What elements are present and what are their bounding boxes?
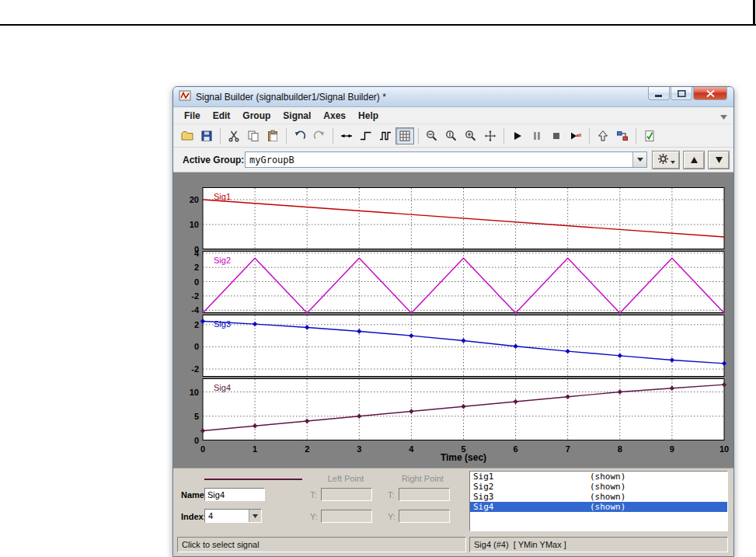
gear-icon [657,153,669,168]
maximize-button[interactable] [671,87,692,100]
close-icon [706,90,715,97]
copy-button[interactable] [244,127,263,144]
signal-axes-sig1[interactable]: 20100Sig1 [173,187,727,251]
paste-button[interactable] [263,127,282,144]
svg-text:0: 0 [194,277,199,287]
svg-text:-2: -2 [191,291,199,301]
redo-button[interactable] [310,127,329,144]
step-segment-icon [360,130,372,142]
active-group-value: myGroupB [246,152,632,167]
svg-text:2: 2 [194,263,199,272]
undo-button[interactable] [291,127,309,144]
right-point-label: Right Point [395,474,451,483]
selected-signal-status: Sig4 (#4) [ YMin YMax ] [469,537,728,552]
right-y-input [399,510,450,523]
signal-visibility-status: (shown) [590,472,625,482]
snap-grid-icon [399,130,411,142]
name-label: Name: [181,490,207,500]
signal-list-item-sig2[interactable]: Sig2(shown) [470,482,727,492]
signal-axes-sig3[interactable]: 20-2Sig3 [173,315,727,378]
signal-list[interactable]: Sig1(shown)Sig2(shown)Sig3(shown)Sig4(sh… [469,471,728,531]
zoom-xy-icon [465,130,477,142]
right-y-label: Y: [388,512,395,521]
simulink-block-button[interactable] [613,127,632,144]
minimize-icon [655,90,663,97]
svg-text:Sig2: Sig2 [214,256,231,265]
signal-name: Sig2 [470,482,590,492]
signal-name-input[interactable] [204,488,265,501]
zoom-y-button[interactable] [442,127,461,144]
menu-item-file[interactable]: File [178,109,207,123]
pause-simulation-button[interactable] [528,127,546,144]
stop-simulation-button[interactable] [547,127,566,144]
run-all-button[interactable]: all [566,127,585,144]
down-arrow-icon [716,157,723,163]
toolbar-separator [589,128,590,144]
signal-list-item-sig3[interactable]: Sig3(shown) [470,492,727,502]
start-simulation-button[interactable] [508,127,527,144]
menu-item-signal[interactable]: Signal [277,109,317,123]
zoom-xy-button[interactable] [462,127,480,144]
zoom-y-icon [445,130,458,142]
svg-text:5: 5 [194,412,199,421]
move-signal-up-button[interactable] [683,151,705,169]
signal-axes-sig4[interactable]: 1050Sig4012345678910 [173,378,727,456]
floppy-icon [200,130,213,142]
menu-item-edit[interactable]: Edit [207,109,237,123]
signal-index-dropdown[interactable]: 4 [204,509,262,523]
folder-icon [181,130,193,142]
requirements-button[interactable] [640,127,659,144]
title-bar[interactable]: Signal Builder (signalbuilder1/Signal Bu… [173,87,733,107]
index-dropdown-icon[interactable] [249,510,261,522]
open-button[interactable] [178,127,197,144]
right-t-input [399,488,450,501]
signal-list-item-sig4[interactable]: Sig4(shown) [470,502,727,512]
group-settings-button[interactable] [652,151,680,169]
signal-visibility-status: (shown) [590,492,625,502]
cut-button[interactable] [225,127,243,144]
minimize-button[interactable] [648,87,670,100]
selected-signal-status-text: Sig4 (#4) [ YMin YMax ] [474,540,566,549]
active-group-label: Active Group: [183,155,244,165]
active-group-combo[interactable]: myGroupB [245,151,647,168]
menu-item-axes[interactable]: Axes [317,109,352,123]
fit-view-button[interactable] [481,127,500,144]
zoom-time-icon [426,130,438,142]
up-arrow-icon [691,157,698,163]
svg-text:0: 0 [194,436,199,445]
app-icon [179,89,191,105]
paste-icon [267,130,279,142]
play-icon [511,130,524,142]
toolbar-separator [636,128,636,144]
snap-grid-button[interactable] [395,127,414,144]
left-t-label: T: [310,490,317,500]
svg-text:all: all [577,132,582,137]
save-button[interactable] [197,127,216,144]
svg-text:Sig4: Sig4 [214,383,231,392]
page-border-top [0,24,756,26]
signal-name: Sig1 [470,472,590,482]
zoom-time-button[interactable] [423,127,441,144]
run-all-icon: all [570,130,582,142]
move-signal-down-button[interactable] [708,151,730,169]
step-segment-button[interactable] [357,127,375,144]
pulse-segment-button[interactable] [376,127,395,144]
menu-overflow-chevron[interactable] [720,109,727,123]
signal-list-item-sig1[interactable]: Sig1(shown) [470,472,727,482]
goto-model-button[interactable] [594,127,612,144]
combo-dropdown-icon[interactable] [632,152,646,167]
menu-item-help[interactable]: Help [352,109,385,123]
maximize-icon [678,90,686,97]
menu-bar: FileEditGroupSignalAxesHelp [173,107,733,124]
constant-segment-button[interactable] [337,127,356,144]
svg-text:10: 10 [190,220,199,229]
close-button[interactable] [693,87,727,100]
signal-editor-panel: Left Point Right Point Name: T: T: Index… [173,468,733,534]
status-message: Click to select signal [177,537,466,552]
signal-index-value: 4 [205,510,249,522]
menu-item-group[interactable]: Group [236,109,277,123]
svg-text:0: 0 [194,342,199,351]
signal-axes-sig2[interactable]: 420-2-4Sig2 [173,251,727,315]
copy-icon [247,130,260,142]
toolbar-separator [418,128,419,144]
